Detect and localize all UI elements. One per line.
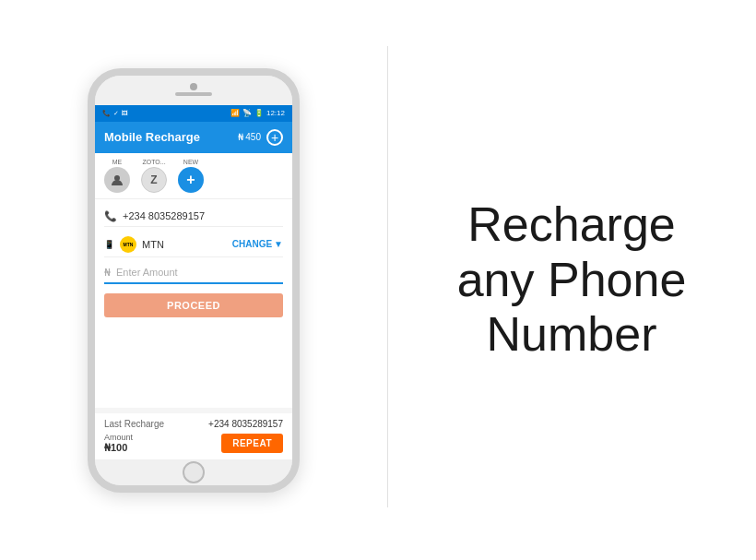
repeat-button[interactable]: REPEAT bbox=[221, 434, 283, 453]
home-button[interactable] bbox=[183, 461, 205, 483]
speaker-icon bbox=[175, 92, 212, 96]
status-bar: 📞 ✓ 🖼 📶 📡 🔋 12:12 bbox=[95, 105, 292, 122]
contact-me-label: ME bbox=[112, 159, 123, 165]
phone-field-icon: 📞 bbox=[104, 210, 117, 222]
sim-icon: 📱 bbox=[104, 240, 114, 249]
balance-badge: ₦ 450 bbox=[238, 132, 261, 142]
change-network-button[interactable]: CHANGE ▼ bbox=[232, 239, 283, 249]
left-section: 📞 ✓ 🖼 📶 📡 🔋 12:12 Mobile Recharge bbox=[0, 0, 387, 560]
divider-line bbox=[387, 46, 388, 507]
image-icon: 🖼 bbox=[122, 110, 128, 116]
form-area: 📞 +234 8035289157 📱 MTN MTN CHANGE ▼ bbox=[95, 199, 292, 408]
last-recharge-section: Last Recharge +234 8035289157 Amount ₦10… bbox=[95, 408, 292, 459]
chevron-down-icon: ▼ bbox=[274, 239, 283, 249]
status-time: 12:12 bbox=[266, 109, 285, 117]
phone-screen: 📞 ✓ 🖼 📶 📡 🔋 12:12 Mobile Recharge bbox=[95, 105, 292, 459]
proceed-button[interactable]: PROCEED bbox=[104, 293, 283, 317]
tagline-line3: Number bbox=[487, 307, 657, 361]
status-left-icons: 📞 ✓ 🖼 bbox=[102, 110, 128, 117]
contact-new-avatar: + bbox=[178, 167, 204, 193]
naira-icon: ₦ bbox=[104, 267, 111, 279]
last-recharge-label: Last Recharge bbox=[104, 419, 164, 429]
contact-new[interactable]: NEW + bbox=[178, 159, 204, 193]
app-header: Mobile Recharge ₦ 450 + bbox=[95, 122, 292, 153]
checkmark-icon: ✓ bbox=[113, 110, 119, 117]
change-label: CHANGE bbox=[232, 239, 272, 249]
amount-info-label: Amount bbox=[104, 433, 133, 442]
app-title: Mobile Recharge bbox=[104, 130, 200, 144]
phone-number-display: +234 8035289157 bbox=[123, 210, 205, 221]
contact-zoto[interactable]: ZOTO... Z bbox=[141, 159, 167, 193]
contact-new-label: NEW bbox=[183, 159, 198, 165]
last-recharge-number: +234 8035289157 bbox=[208, 419, 283, 429]
last-recharge-details: Amount ₦100 REPEAT bbox=[104, 433, 283, 454]
phone-top bbox=[95, 76, 292, 105]
network-row: 📱 MTN MTN CHANGE ▼ bbox=[104, 232, 283, 257]
tagline-line1: Recharge bbox=[467, 197, 675, 251]
phone-frame: 📞 ✓ 🖼 📶 📡 🔋 12:12 Mobile Recharge bbox=[88, 68, 300, 493]
phone-number-row: 📞 +234 8035289157 bbox=[104, 207, 283, 227]
tagline-line2: any Phone bbox=[457, 253, 687, 306]
contacts-row: ME ZOTO... Z NEW + bbox=[95, 153, 292, 199]
amount-info: Amount ₦100 bbox=[104, 433, 133, 454]
camera-icon bbox=[190, 83, 197, 90]
add-balance-button[interactable]: + bbox=[266, 129, 283, 146]
page-container: 📞 ✓ 🖼 📶 📡 🔋 12:12 Mobile Recharge bbox=[0, 0, 756, 560]
signal-icon: 📡 bbox=[242, 109, 252, 117]
power-button bbox=[298, 168, 300, 201]
contact-zoto-label: ZOTO... bbox=[142, 159, 165, 165]
amount-placeholder: Enter Amount bbox=[116, 267, 178, 278]
volume-down-button bbox=[88, 182, 89, 204]
wifi-icon: 📶 bbox=[230, 109, 240, 117]
contact-me[interactable]: ME bbox=[104, 159, 130, 193]
contact-zoto-avatar: Z bbox=[141, 167, 167, 193]
mtn-logo: MTN bbox=[120, 236, 136, 253]
amount-info-value: ₦100 bbox=[104, 442, 133, 454]
status-right-info: 📶 📡 🔋 12:12 bbox=[230, 109, 285, 117]
phone-bottom bbox=[95, 459, 292, 485]
network-name: MTN bbox=[142, 239, 227, 250]
amount-row[interactable]: ₦ Enter Amount bbox=[104, 263, 283, 284]
volume-up-button bbox=[88, 149, 89, 172]
contact-me-avatar bbox=[104, 167, 130, 193]
header-right: ₦ 450 + bbox=[238, 129, 283, 146]
battery-icon: 🔋 bbox=[254, 109, 264, 117]
tagline-text: Recharge any Phone Number bbox=[457, 197, 687, 363]
last-recharge-header: Last Recharge +234 8035289157 bbox=[104, 419, 283, 429]
right-section: Recharge any Phone Number bbox=[387, 0, 756, 560]
phone-status-icon: 📞 bbox=[102, 110, 111, 117]
